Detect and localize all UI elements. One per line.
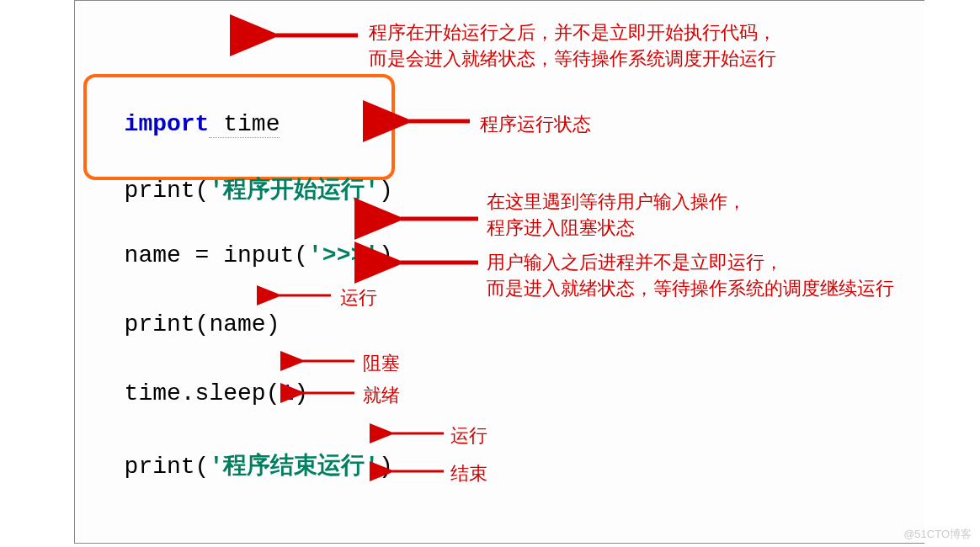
arrow-block (291, 353, 359, 369)
print-call: print( (125, 178, 210, 204)
annot-input: 在这里遇到等待用户输入操作， 程序进入阻塞状态 (487, 189, 746, 242)
ident-time: time (209, 111, 280, 138)
annot-after-input: 用户输入之后进程并不是立即运行， 而是进入就绪状态，等待操作系统的调度继续运行 (487, 250, 894, 302)
watermark: @51CTO博客 (903, 527, 972, 542)
code-line-3: name = input('>>>') (96, 216, 393, 268)
input-call: name = input( (125, 242, 308, 268)
close-paren: ) (379, 178, 393, 204)
code-line-4: print(name) (96, 285, 280, 337)
annot-run: 运行 (340, 285, 377, 311)
arrow-after-input (386, 252, 482, 273)
string-literal: '>>>' (308, 242, 379, 268)
print-name: print(name) (125, 311, 280, 337)
arrow-run2 (381, 425, 448, 442)
print-call: print( (125, 454, 210, 480)
arrow-run (268, 287, 335, 304)
annot-top: 程序在开始运行之后，并不是立即开始执行代码， 而是会进入就绪状态，等待操作系统调… (369, 20, 776, 72)
string-literal: '程序结束运行' (209, 454, 379, 480)
arrow-input (386, 209, 482, 229)
code-line-1: import time (96, 85, 280, 137)
sleep-call: time.sleep( (125, 380, 280, 406)
code-line-5: time.sleep(1) (96, 354, 308, 406)
string-literal: '程序开始运行' (209, 178, 379, 204)
keyword-import: import (125, 111, 210, 137)
annot-run2: 运行 (450, 423, 487, 449)
arrow-status (394, 111, 474, 131)
annot-ready: 就绪 (363, 383, 400, 409)
arrow-ready (291, 385, 359, 401)
code-line-6: print('程序结束运行') (96, 423, 393, 481)
annot-block: 阻塞 (363, 351, 400, 377)
annot-end: 结束 (450, 461, 487, 487)
annot-status: 程序运行状态 (480, 112, 591, 138)
code-line-2: print('程序开始运行') (96, 147, 393, 205)
arrow-top (261, 25, 362, 45)
arrow-end (381, 463, 448, 480)
